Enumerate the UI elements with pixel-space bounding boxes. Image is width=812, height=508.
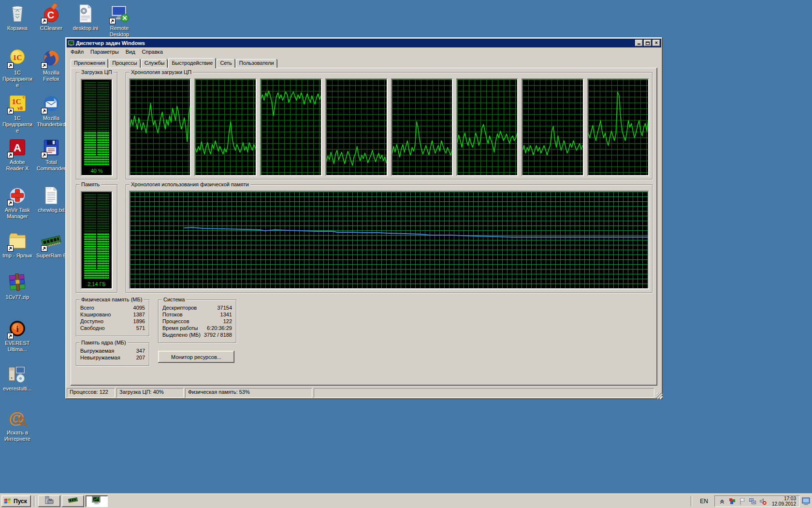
- maximize-button[interactable]: [644, 40, 652, 46]
- stat-label: Кэшировано: [80, 311, 111, 318]
- tab[interactable]: Процессы: [109, 59, 140, 68]
- shortcut-arrow-icon: [7, 245, 14, 252]
- desktop-icon-everest[interactable]: iEVEREST Ultima...: [1, 318, 33, 353]
- ram-icon: [68, 496, 78, 507]
- desktop-icon-folder[interactable]: tmp - Ярлык: [1, 230, 33, 259]
- window-title: Диспетчер задач Windows: [76, 40, 145, 46]
- taskbar-button-taskmgr[interactable]: [86, 495, 108, 507]
- start-button[interactable]: Пуск: [1, 495, 31, 507]
- desktop-icon-recycle-bin[interactable]: Корзина: [1, 3, 33, 31]
- tray-divider: [691, 496, 692, 507]
- status-section: Загрузка ЦП: 40%: [116, 388, 184, 398]
- status-bar: Процессов: 122Загрузка ЦП: 40%Физическая…: [67, 388, 661, 398]
- menu-item[interactable]: Файл: [67, 48, 87, 55]
- desktop-icon-ram[interactable]: SuperRam 6: [35, 230, 67, 259]
- kernel-memory-group: Память ядра (МБ) Выгружаемая347Невыгружа…: [76, 343, 149, 366]
- tab[interactable]: Службы: [141, 59, 168, 68]
- desktop-icon-ccleaner[interactable]: CCCleaner: [35, 3, 67, 31]
- flag-icon[interactable]: [739, 497, 746, 505]
- taskbar-button-ram[interactable]: [62, 495, 84, 507]
- app-colors-icon[interactable]: [728, 497, 736, 505]
- maximize-icon: [646, 42, 650, 45]
- desktop-icon-remote-desktop[interactable]: Remote Desktop: [103, 3, 135, 38]
- desktop-icon-thunderbird[interactable]: Mozilla Thunderbird: [35, 93, 67, 128]
- firefox-icon: [41, 47, 62, 69]
- shortcut-arrow-icon: [7, 152, 14, 158]
- folder-icon: [7, 230, 28, 252]
- show-desktop-button[interactable]: [802, 497, 811, 505]
- resource-monitor-button[interactable]: Монитор ресурсов...: [158, 351, 234, 363]
- shortcut-arrow-icon: [7, 108, 14, 114]
- recycle-bin-icon: [7, 3, 28, 24]
- tab[interactable]: Сеть: [217, 59, 235, 68]
- ini-file-icon: [75, 3, 96, 24]
- desktop-icon-label: Total Commander: [35, 159, 67, 172]
- shortcut-arrow-icon: [41, 108, 47, 114]
- stat-value: 207: [136, 354, 145, 361]
- desktop-icon-label: everestulti...: [1, 386, 33, 392]
- tray-time: 17:03: [772, 496, 796, 501]
- language-indicator[interactable]: EN: [696, 498, 712, 505]
- desktop-icon-label: SuperRam 6: [35, 253, 67, 259]
- resize-grip[interactable]: [656, 393, 663, 399]
- cpu-history-panel-2: [194, 78, 256, 176]
- window-controls: ×: [635, 40, 660, 46]
- taskbar: Пуск EN 17:03 12.09.2012: [0, 493, 812, 508]
- desktop-icon-label: 1С Предприятие: [1, 70, 33, 89]
- anvir-icon: [7, 185, 28, 206]
- window-titlebar[interactable]: Диспетчер задач Windows ×: [67, 39, 661, 47]
- ccleaner-icon: C: [41, 3, 62, 24]
- stat-label: Свободно: [80, 325, 105, 331]
- desktop-icon-onec-v8[interactable]: 1Сv8®1С Предприятие: [1, 93, 33, 134]
- desktop-icon-everest-setup[interactable]: everestulti...: [1, 363, 33, 392]
- tray-clock[interactable]: 17:03 12.09.2012: [769, 496, 796, 507]
- thunderbird-icon: [41, 93, 62, 114]
- desktop-icon-winrar-zip[interactable]: 1Cv77.zip: [1, 272, 33, 300]
- desktop-icon-search-at[interactable]: @Искать в Интернете: [1, 407, 33, 442]
- desktop-icon-firefox[interactable]: Mozilla Firefox: [35, 47, 67, 82]
- menu-item[interactable]: Справка: [139, 48, 166, 55]
- stat-row: Доступно1896: [77, 318, 148, 325]
- cpu-usage-gauge: 40 %: [81, 79, 113, 176]
- minimize-button[interactable]: [635, 40, 643, 46]
- tab-active[interactable]: Быстродействие: [168, 58, 216, 68]
- desktop-icon-label: 1Cv77.zip: [1, 294, 33, 300]
- onec-v8-icon: 1Сv8®: [7, 93, 28, 114]
- memory-history-group-label: Хронология использования физической памя…: [130, 181, 250, 187]
- stat-label: Время работы: [162, 325, 198, 331]
- desktop-icon-label: EVEREST Ultima...: [1, 340, 33, 353]
- memory-history-panel: [129, 191, 649, 289]
- menu-item[interactable]: Вид: [122, 48, 139, 55]
- stat-row: Время работы6:20:36:29: [160, 325, 235, 331]
- desktop-icon-anvir[interactable]: AnVir Task Manager: [1, 185, 33, 220]
- taskbar-button-tools[interactable]: [38, 495, 60, 507]
- memory-row: Память 2,14 ГБ Хронология использования …: [76, 184, 652, 293]
- physical-memory-group-label: Физическая память (МБ): [80, 297, 144, 302]
- desktop-icon-ini-file[interactable]: desktop.ini: [70, 3, 102, 31]
- tab[interactable]: Приложения: [71, 59, 108, 68]
- shortcut-arrow-icon: [41, 62, 47, 69]
- desktop-icon-label: 1С Предприятие: [1, 115, 33, 134]
- volume-muted-icon[interactable]: [759, 497, 767, 505]
- desktop-icon-adobe-reader[interactable]: AAdobe Reader X: [1, 137, 33, 172]
- everest-setup-icon: [7, 363, 28, 385]
- memory-usage-value: 2,14 ГБ: [82, 281, 112, 287]
- txt-file-icon: [41, 185, 62, 206]
- desktop-icon-label: Adobe Reader X: [1, 159, 33, 172]
- status-section: [314, 388, 654, 398]
- stat-value: 6:20:36:29: [207, 325, 232, 331]
- desktop-icon-txt-file[interactable]: chewlog.txt: [35, 185, 67, 213]
- desktop-icon-total-commander[interactable]: Total Commander: [35, 137, 67, 172]
- memory-gauge-divider: [96, 194, 97, 269]
- desktop-icon-label: Mozilla Firefox: [35, 70, 67, 82]
- cpu-history-panel-8: [587, 78, 649, 176]
- menu-item[interactable]: Параметры: [87, 48, 122, 55]
- chevron-up-icon[interactable]: [718, 497, 726, 505]
- close-button[interactable]: ×: [652, 40, 660, 46]
- desktop-icon-label: Mozilla Thunderbird: [35, 115, 67, 128]
- desktop-icon-onec-round[interactable]: 1С1С Предприятие: [1, 47, 33, 89]
- tools-icon: [44, 496, 54, 507]
- network-icon[interactable]: [749, 497, 756, 505]
- tab[interactable]: Пользователи: [236, 59, 277, 68]
- stat-row: Выделено (МБ)3792 / 8188: [160, 331, 235, 338]
